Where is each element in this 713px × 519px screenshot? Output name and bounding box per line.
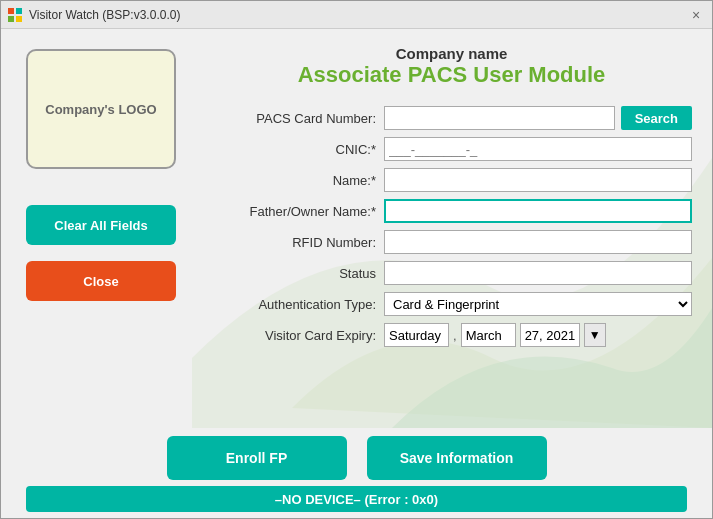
rfid-row: RFID Number: xyxy=(211,230,692,254)
main-content: Company's LOGO Clear All Fields Close Co… xyxy=(1,29,712,428)
father-name-row: Father/Owner Name:* xyxy=(211,199,692,223)
expiry-year-input[interactable] xyxy=(520,323,580,347)
svg-rect-0 xyxy=(8,8,14,14)
device-status-bar: –NO DEVICE– (Error : 0x0) xyxy=(26,486,687,512)
company-header: Company name Associate PACS User Module xyxy=(211,45,692,88)
status-input[interactable] xyxy=(384,261,692,285)
close-button[interactable]: Close xyxy=(26,261,176,301)
svg-rect-3 xyxy=(16,16,22,22)
pacs-card-row: PACS Card Number: Search xyxy=(211,106,692,130)
auth-type-row: Authentication Type: Card & Fingerprint … xyxy=(211,292,692,316)
pacs-input-group: Search xyxy=(384,106,692,130)
save-information-button[interactable]: Save Information xyxy=(367,436,547,480)
expiry-date-group: , ▼ xyxy=(384,323,606,347)
app-icon xyxy=(7,7,23,23)
sidebar: Company's LOGO Clear All Fields Close xyxy=(1,29,201,428)
title-bar: Visitor Watch (BSP:v3.0.0.0) × xyxy=(1,1,712,29)
rfid-input[interactable] xyxy=(384,230,692,254)
main-window: Visitor Watch (BSP:v3.0.0.0) × Company's… xyxy=(0,0,713,519)
auth-label: Authentication Type: xyxy=(211,297,376,312)
search-button[interactable]: Search xyxy=(621,106,692,130)
status-label: Status xyxy=(211,266,376,281)
pacs-card-input[interactable] xyxy=(384,106,615,130)
window-close-button[interactable]: × xyxy=(686,5,706,25)
expiry-row: Visitor Card Expiry: , ▼ xyxy=(211,323,692,347)
company-name: Company name xyxy=(211,45,692,62)
window-title: Visitor Watch (BSP:v3.0.0.0) xyxy=(29,8,180,22)
calendar-button[interactable]: ▼ xyxy=(584,323,606,347)
enroll-fp-button[interactable]: Enroll FP xyxy=(167,436,347,480)
name-input[interactable] xyxy=(384,168,692,192)
form-grid: PACS Card Number: Search CNIC:* Name:* xyxy=(211,106,692,347)
cnic-row: CNIC:* xyxy=(211,137,692,161)
form-area: Company name Associate PACS User Module … xyxy=(201,29,712,428)
expiry-sep: , xyxy=(453,328,457,343)
title-bar-left: Visitor Watch (BSP:v3.0.0.0) xyxy=(7,7,180,23)
svg-rect-1 xyxy=(16,8,22,14)
status-row: Status xyxy=(211,261,692,285)
expiry-month-input[interactable] xyxy=(461,323,516,347)
father-label: Father/Owner Name:* xyxy=(211,204,376,219)
clear-all-fields-button[interactable]: Clear All Fields xyxy=(26,205,176,245)
name-label: Name:* xyxy=(211,173,376,188)
svg-rect-2 xyxy=(8,16,14,22)
pacs-label: PACS Card Number: xyxy=(211,111,376,126)
cnic-label: CNIC:* xyxy=(211,142,376,157)
father-name-input[interactable] xyxy=(384,199,692,223)
expiry-day-input[interactable] xyxy=(384,323,449,347)
company-logo: Company's LOGO xyxy=(26,49,176,169)
module-title: Associate PACS User Module xyxy=(211,62,692,88)
expiry-label: Visitor Card Expiry: xyxy=(211,328,376,343)
action-buttons: Enroll FP Save Information xyxy=(167,436,547,480)
cnic-input[interactable] xyxy=(384,137,692,161)
name-row: Name:* xyxy=(211,168,692,192)
auth-type-select[interactable]: Card & Fingerprint Card Only Fingerprint… xyxy=(384,292,692,316)
bottom-area: Enroll FP Save Information –NO DEVICE– (… xyxy=(1,428,712,518)
rfid-label: RFID Number: xyxy=(211,235,376,250)
